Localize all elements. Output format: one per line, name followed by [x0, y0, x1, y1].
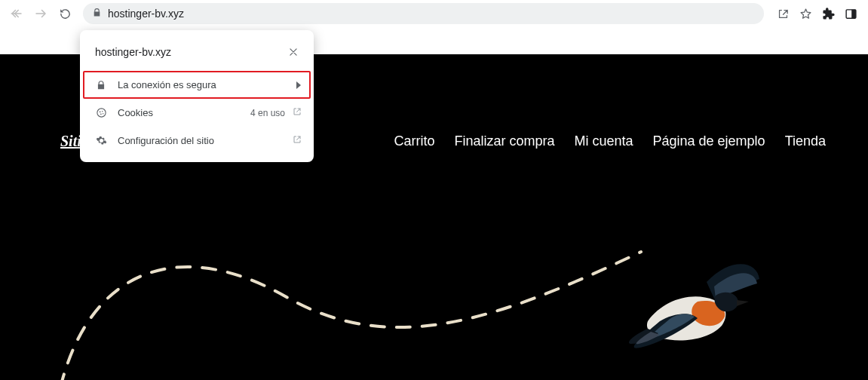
connection-secure-label: La conexión es segura [118, 79, 285, 90]
gear-icon [95, 135, 107, 146]
lock-icon[interactable] [92, 8, 102, 20]
svg-point-2 [97, 109, 105, 117]
svg-rect-1 [851, 9, 856, 17]
reload-icon [59, 8, 72, 20]
svg-point-4 [102, 111, 103, 112]
svg-point-3 [99, 111, 100, 112]
share-icon[interactable] [776, 7, 790, 20]
bookmark-star-icon[interactable] [799, 7, 812, 20]
connection-secure-row[interactable]: La conexión es segura [83, 71, 311, 99]
lock-icon [95, 80, 107, 90]
site-title[interactable]: Siti [60, 133, 81, 150]
side-panel-icon[interactable] [844, 7, 857, 20]
popup-header: hostinger-bv.xyz [80, 36, 314, 71]
back-button[interactable] [6, 3, 27, 24]
dashed-path-decoration [45, 222, 664, 380]
toolbar-right-icons [771, 7, 862, 20]
reload-button[interactable] [54, 3, 75, 24]
site-settings-row[interactable]: Configuración del sitio [80, 127, 314, 155]
external-link-icon [293, 107, 302, 118]
bird-illustration [625, 256, 761, 354]
browser-toolbar: hostinger-bv.xyz [0, 0, 868, 27]
arrow-left-icon [10, 7, 23, 20]
svg-point-6 [103, 113, 103, 114]
popup-close-button[interactable] [285, 44, 302, 60]
nav-account[interactable]: Mi cuenta [574, 133, 633, 149]
chevron-right-icon [296, 81, 302, 89]
svg-point-5 [100, 114, 102, 115]
arrow-right-icon [34, 7, 48, 20]
nav-shop[interactable]: Tienda [785, 133, 826, 149]
nav-sample-page[interactable]: Página de ejemplo [653, 133, 765, 149]
popup-title: hostinger-bv.xyz [95, 46, 171, 58]
external-link-icon [293, 135, 302, 146]
cookies-count: 4 en uso [250, 108, 285, 118]
url-text: hostinger-bv.xyz [108, 8, 184, 20]
forward-button[interactable] [30, 3, 51, 24]
cookie-icon [95, 107, 107, 118]
site-info-popup: hostinger-bv.xyz La conexión es segura C… [80, 30, 314, 162]
extensions-icon[interactable] [821, 7, 835, 20]
cookies-label: Cookies [118, 107, 240, 118]
nav-cart[interactable]: Carrito [394, 133, 434, 149]
close-icon [288, 47, 299, 57]
cookies-row[interactable]: Cookies 4 en uso [80, 99, 314, 127]
address-bar[interactable]: hostinger-bv.xyz [83, 3, 764, 24]
nav-checkout[interactable]: Finalizar compra [454, 133, 554, 149]
site-settings-label: Configuración del sitio [118, 135, 282, 146]
